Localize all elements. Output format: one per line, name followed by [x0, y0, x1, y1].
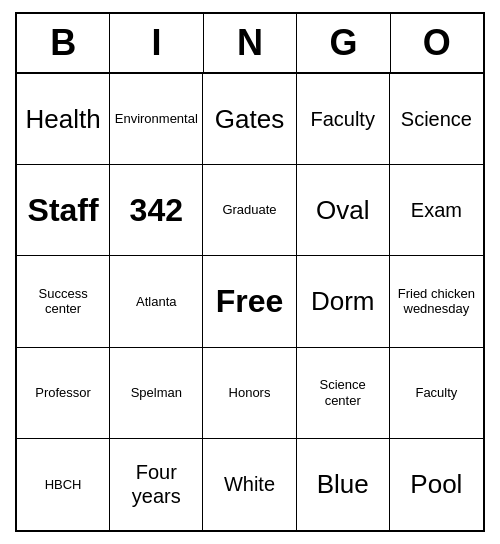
bingo-cell-21: Four years: [110, 439, 203, 530]
bingo-cell-12: Free: [203, 256, 296, 347]
bingo-cell-24: Pool: [390, 439, 483, 530]
bingo-cell-text-11: Atlanta: [136, 294, 176, 310]
bingo-cell-19: Faculty: [390, 348, 483, 439]
bingo-cell-text-22: White: [224, 472, 275, 496]
bingo-cell-text-15: Professor: [35, 385, 91, 401]
bingo-cell-text-20: HBCH: [45, 477, 82, 493]
bingo-cell-text-23: Blue: [317, 469, 369, 500]
bingo-cell-23: Blue: [297, 439, 390, 530]
bingo-cell-text-16: Spelman: [131, 385, 182, 401]
bingo-cell-18: Science center: [297, 348, 390, 439]
bingo-cell-7: Graduate: [203, 165, 296, 256]
bingo-cell-text-10: Success center: [21, 286, 105, 317]
bingo-cell-text-9: Exam: [411, 198, 462, 222]
bingo-cell-text-24: Pool: [410, 469, 462, 500]
header-letter-O: O: [391, 14, 483, 72]
bingo-cell-17: Honors: [203, 348, 296, 439]
bingo-cell-11: Atlanta: [110, 256, 203, 347]
header-letter-B: B: [17, 14, 110, 72]
bingo-cell-text-13: Dorm: [311, 286, 375, 317]
bingo-header: BINGO: [17, 14, 483, 74]
bingo-cell-16: Spelman: [110, 348, 203, 439]
bingo-cell-text-2: Gates: [215, 104, 284, 135]
bingo-grid: HealthEnvironmentalGatesFacultyScienceSt…: [17, 74, 483, 530]
bingo-cell-8: Oval: [297, 165, 390, 256]
bingo-cell-text-17: Honors: [229, 385, 271, 401]
bingo-cell-text-6: 342: [130, 191, 183, 229]
bingo-cell-text-8: Oval: [316, 195, 369, 226]
bingo-cell-5: Staff: [17, 165, 110, 256]
header-letter-G: G: [297, 14, 390, 72]
bingo-cell-10: Success center: [17, 256, 110, 347]
bingo-cell-text-12: Free: [216, 282, 284, 320]
bingo-cell-13: Dorm: [297, 256, 390, 347]
bingo-cell-2: Gates: [203, 74, 296, 165]
bingo-cell-4: Science: [390, 74, 483, 165]
bingo-cell-text-7: Graduate: [222, 202, 276, 218]
bingo-cell-14: Fried chicken wednesday: [390, 256, 483, 347]
bingo-cell-3: Faculty: [297, 74, 390, 165]
bingo-cell-text-14: Fried chicken wednesday: [394, 286, 479, 317]
bingo-cell-0: Health: [17, 74, 110, 165]
bingo-cell-text-21: Four years: [114, 460, 198, 508]
bingo-cell-text-1: Environmental: [115, 111, 198, 127]
bingo-cell-text-0: Health: [26, 104, 101, 135]
bingo-cell-text-18: Science center: [301, 377, 385, 408]
bingo-cell-text-4: Science: [401, 107, 472, 131]
bingo-cell-22: White: [203, 439, 296, 530]
bingo-cell-text-3: Faculty: [310, 107, 374, 131]
bingo-cell-6: 342: [110, 165, 203, 256]
bingo-cell-text-19: Faculty: [415, 385, 457, 401]
bingo-card: BINGO HealthEnvironmentalGatesFacultySci…: [15, 12, 485, 532]
header-letter-N: N: [204, 14, 297, 72]
bingo-cell-15: Professor: [17, 348, 110, 439]
bingo-cell-9: Exam: [390, 165, 483, 256]
bingo-cell-1: Environmental: [110, 74, 203, 165]
header-letter-I: I: [110, 14, 203, 72]
bingo-cell-20: HBCH: [17, 439, 110, 530]
bingo-cell-text-5: Staff: [28, 191, 99, 229]
